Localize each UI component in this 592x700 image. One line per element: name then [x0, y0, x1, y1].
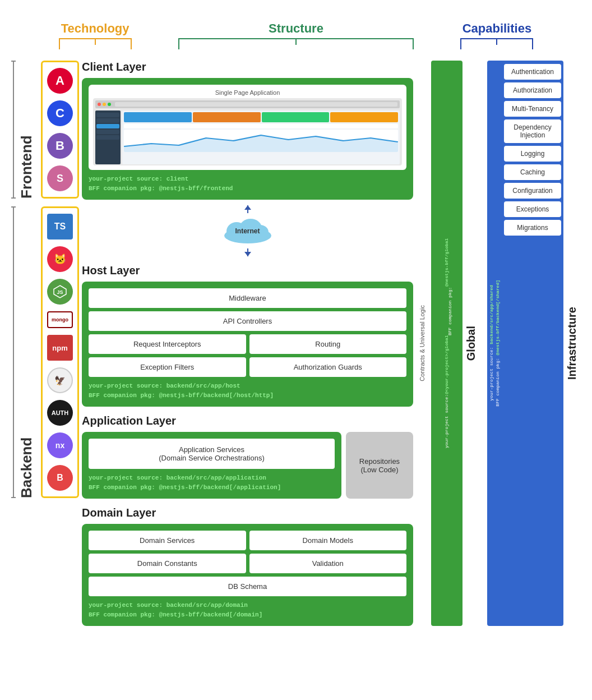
client-source-text: your-project source: client BFF companio… [89, 174, 406, 193]
sidebar-item-3 [96, 124, 119, 128]
arrow-head-up [244, 205, 251, 210]
backend-icon-box: TS 🐱 JS mongo npm 🦅 [41, 206, 79, 498]
caching-item: Caching [504, 164, 561, 180]
domain-services-models-row: Domain Services Domain Models [89, 531, 406, 550]
global-title: Global [465, 326, 478, 361]
chart-svg [124, 130, 398, 152]
min-dot [103, 103, 106, 106]
sass-icon: S [47, 165, 73, 191]
global-column: your-project source: @<your-project>/glo… [431, 61, 462, 626]
request-interceptors-box: Request Interceptors [89, 334, 246, 354]
diagram-area: Frontend A C B S Backend TS [11, 61, 581, 626]
sidebar-item-2 [96, 118, 119, 123]
repositories-box: Repositories (Low Code) [346, 432, 413, 499]
app-services-container: Application Services (Domain Service Orc… [82, 432, 341, 499]
domain-constants-box: Domain Constants [89, 554, 246, 573]
app-cards-row [124, 112, 398, 122]
app-sidebar [95, 110, 121, 164]
app-services-box: Application Services (Domain Service Orc… [89, 439, 335, 469]
technology-header: Technology [45, 21, 145, 49]
max-dot [108, 103, 111, 106]
host-layer-section: Host Layer Middleware API Controllers Re… [82, 264, 413, 407]
css-icon: C [47, 100, 73, 126]
domain-services-box: Domain Services [89, 531, 246, 550]
card-2 [193, 112, 261, 122]
sidebar-item-5 [96, 135, 119, 140]
card-1 [124, 112, 192, 122]
technology-title: Technology [45, 21, 145, 36]
multi-tenancy-item: Multi-Tenancy [504, 101, 561, 117]
infrastructure-title: Infrastructure [566, 307, 579, 380]
spa-browser [93, 98, 402, 165]
svg-marker-2 [124, 135, 398, 152]
spa-container: Single Page Application [89, 85, 406, 170]
sidebar-item-1 [96, 113, 119, 117]
global-source-text: your-project source: @<your-project>/glo… [432, 63, 461, 624]
global-title-area: Global [465, 61, 482, 626]
infra-items-container: Authentication Authorization Multi-Tenan… [502, 61, 563, 626]
tech-icons-column: Frontend A C B S Backend TS [11, 61, 78, 626]
host-layer-box: Middleware API Controllers Request Inter… [82, 282, 413, 407]
cloud-wrapper: Internet [220, 214, 276, 247]
chart-row-1 [124, 124, 398, 128]
internet-label: Internet [235, 227, 260, 235]
frontend-icon-box: A C B S [41, 61, 79, 199]
arrow-head-down [244, 252, 251, 256]
domain-models-box: Domain Models [249, 531, 407, 550]
api-controllers-box: API Controllers [89, 311, 406, 331]
structure-column: Client Layer Single Page Application [78, 61, 417, 626]
capabilities-header: Capabilities [447, 21, 547, 49]
node-svg: JS [52, 284, 68, 300]
host-layer-title: Host Layer [82, 264, 413, 277]
exception-filters-box: Exception Filters [89, 357, 246, 377]
domain-layer-title: Domain Layer [82, 506, 413, 519]
db-schema-box: DB Schema [89, 577, 406, 596]
card-4 [330, 112, 398, 122]
api-controllers-row: API Controllers [89, 311, 406, 331]
sidebar-item-4 [96, 130, 119, 134]
infra-title-area: Infrastructure [563, 61, 581, 626]
infra-source-strip: your-project source: backend/src/app/sha… [487, 61, 502, 626]
frontend-label: Frontend [18, 61, 35, 199]
host-source-text: your-project source: backend/src/app/hos… [89, 381, 406, 400]
nodejs-icon: JS [47, 279, 73, 305]
interceptors-routing-row: Request Interceptors Routing [89, 334, 406, 354]
page: Technology Structure Capabilities [0, 0, 592, 637]
authorization-guards-box: Authorization Guards [249, 357, 407, 377]
client-layer-box: Single Page Application [82, 78, 413, 200]
npm-icon: npm [47, 335, 73, 361]
chart-area [124, 130, 398, 152]
spa-label: Single Page Application [93, 89, 402, 96]
frontend-section: Frontend A C B S [11, 61, 78, 199]
arrow-line-down [247, 248, 248, 256]
backend-bracket [11, 206, 16, 498]
oauth-icon: AUTH [47, 400, 73, 426]
right-side: Contracts & Universal Logic your-project… [419, 61, 581, 626]
exceptions-item: Exceptions [504, 201, 561, 217]
contracts-label: Contracts & Universal Logic [419, 305, 430, 381]
nx-icon: nx [47, 432, 73, 458]
client-layer-section: Client Layer Single Page Application [82, 61, 413, 200]
internet-connector: Internet [82, 205, 413, 256]
repositories-subtitle: (Low Code) [359, 466, 400, 474]
bull-icon: B [47, 465, 73, 491]
routing-box: Routing [249, 334, 407, 354]
dependency-injection-item: DependencyInjection [504, 119, 561, 143]
gryphon-icon: 🦅 [47, 367, 73, 393]
arrow-line-up [247, 205, 248, 213]
application-layer-title: Application Layer [82, 415, 413, 427]
mongoose-icon: mongo [47, 311, 73, 328]
structure-header: Structure [145, 21, 447, 49]
svg-text:JS: JS [57, 289, 63, 295]
domain-layer-section: Domain Layer Domain Services Domain Mode… [82, 506, 413, 626]
filters-guards-row: Exception Filters Authorization Guards [89, 357, 406, 377]
header: Technology Structure Capabilities [11, 11, 581, 49]
url-bar [115, 102, 397, 107]
authorization-item: Authorization [504, 82, 561, 98]
bootstrap-icon: B [47, 133, 73, 159]
logging-item: Logging [504, 146, 561, 162]
close-dot [98, 103, 101, 106]
domain-constants-validation-row: Domain Constants Validation [89, 554, 406, 573]
application-layer-section: Application Layer Application Services (… [82, 415, 413, 499]
contracts-column: Contracts & Universal Logic [419, 61, 430, 626]
